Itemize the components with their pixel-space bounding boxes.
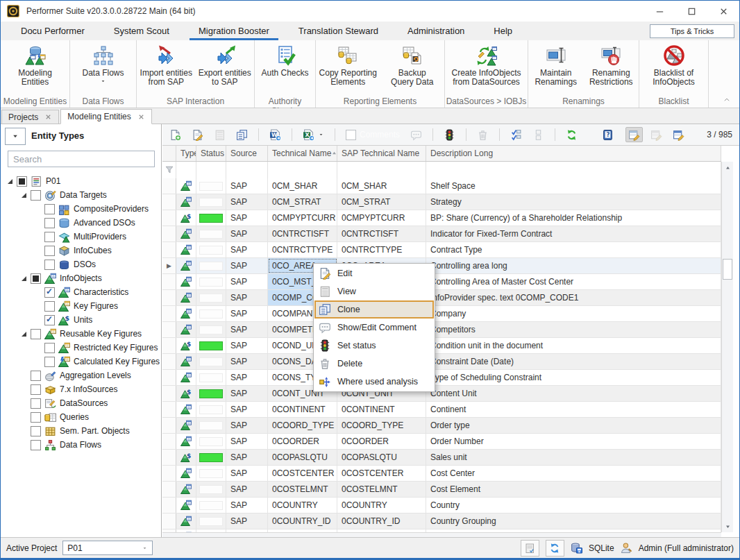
source-cell[interactable]: SAP <box>226 306 268 321</box>
source-cell[interactable]: SAP <box>226 498 268 513</box>
sap-technical-name-cell[interactable]: 0CONTINENT <box>337 402 426 417</box>
tree-checkbox-characteristics[interactable] <box>44 287 55 298</box>
column-header-description-long[interactable]: Description Long <box>426 146 721 161</box>
filter-cell-type[interactable] <box>176 162 196 178</box>
source-cell[interactable]: SAP <box>226 386 268 401</box>
sap-technical-name-cell[interactable]: 0COSTCENTER <box>337 466 426 481</box>
table-row-0cond-un[interactable]: $SAP0COND_UN0COND_UNCondition unit in th… <box>162 338 721 354</box>
description-cell[interactable]: InfoProvider spec. text 0COMP_CODE1 <box>426 290 721 305</box>
column-header-status[interactable]: Status <box>196 146 226 161</box>
source-cell[interactable]: SAP <box>226 434 268 449</box>
description-cell[interactable]: Country Grouping <box>426 514 721 529</box>
table-row-0comp-co[interactable]: SAP0COMP_CO0COMP_COInfoProvider spec. te… <box>162 290 721 306</box>
check-status-button[interactable] <box>510 129 522 141</box>
context-menu-show-edit-comment[interactable]: Show/Edit Comment <box>314 319 434 337</box>
sap-technical-name-cell[interactable]: 0CMPYPTCURR <box>337 210 426 226</box>
export-word-button[interactable]: W <box>269 129 281 141</box>
minimize-button[interactable] <box>644 1 675 22</box>
tree-item-advanced-dsos[interactable]: Advanced DSOs <box>1 216 161 230</box>
close-button[interactable] <box>707 1 739 22</box>
technical-name-cell[interactable]: 0CMPYPTCURR <box>268 210 337 226</box>
source-cell[interactable]: SAP <box>226 370 268 385</box>
technical-name-cell[interactable]: 0CONTINENT <box>268 402 337 417</box>
view-toggle-details[interactable] <box>670 127 687 142</box>
tree-checkbox-queries[interactable] <box>31 412 41 423</box>
column-header-source[interactable]: Source <box>226 146 268 161</box>
description-cell[interactable]: Type of Scheduling Constraint <box>426 370 721 385</box>
tree-expander[interactable] <box>19 273 29 283</box>
tree-item-characteristics[interactable]: Characteristics <box>1 285 161 299</box>
technical-name-cell[interactable]: 0COORDER <box>268 434 337 449</box>
description-cell[interactable]: BP: Share (Currency) of a Shareholder Re… <box>426 210 721 226</box>
technical-name-cell[interactable]: 0COORD_TYPE <box>268 418 337 433</box>
comments-checkbox[interactable] <box>346 130 356 140</box>
technical-name-cell[interactable]: 0COUNTRY <box>268 498 337 513</box>
description-cell[interactable]: Order type <box>426 418 721 433</box>
scrollbar-thumb[interactable] <box>723 259 732 280</box>
tree-item-calculated-key-figures[interactable]: Calculated Key Figures <box>1 355 161 368</box>
description-cell[interactable]: Order Number <box>426 434 721 449</box>
technical-name-cell[interactable]: 0CM_SHAR <box>268 178 337 194</box>
context-menu-set-status[interactable]: Set status <box>314 337 434 355</box>
view-toggle-comments[interactable] <box>648 127 665 142</box>
maximize-button[interactable] <box>675 1 707 22</box>
description-cell[interactable]: Cost Center <box>426 466 721 481</box>
table-row-0cntrcttype[interactable]: SAP0CNTRCTTYPE0CNTRCTTYPEContract Type <box>162 242 721 258</box>
log-button[interactable] <box>521 540 539 557</box>
technical-name-cell[interactable]: 0COSTELMNT <box>268 482 337 497</box>
sync-button[interactable] <box>546 540 564 557</box>
tree-item-units[interactable]: $Units <box>1 313 161 327</box>
sap-technical-name-cell[interactable]: 0COUNTRY <box>337 498 426 513</box>
description-cell[interactable]: Constraint Date (Date) <box>426 354 721 369</box>
source-cell[interactable]: SAP <box>226 242 268 257</box>
tree-item-aggregation-levels[interactable]: Aggregation Levels <box>1 368 161 382</box>
scroll-up-button[interactable] <box>723 162 732 173</box>
tree-checkbox-calculated-key-figures[interactable] <box>44 357 55 367</box>
tree-item-queries[interactable]: Queries <box>1 410 161 424</box>
comment-button[interactable] <box>410 129 422 141</box>
tree-checkbox-dsos[interactable] <box>44 260 55 270</box>
horizontal-scrollbar[interactable] <box>162 532 721 537</box>
table-row-0cm-strat[interactable]: SAP0CM_STRAT0CM_STRATStrategy <box>162 194 721 210</box>
tree-item-compositeproviders[interactable]: CompositeProviders <box>1 202 161 216</box>
tree-item-reusable-key-figures[interactable]: Reusable Key Figures <box>1 327 161 341</box>
tree-checkbox-datasources[interactable] <box>31 398 41 409</box>
tree-item-datasources[interactable]: DataSources <box>1 396 161 410</box>
help-button[interactable]: ? <box>599 127 616 142</box>
sap-technical-name-cell[interactable]: 0CNTRCTTYPE <box>337 242 426 257</box>
tree-checkbox-7-x-infosources[interactable] <box>31 384 41 395</box>
modeling-entities-button[interactable]: ModelingEntities <box>1 43 69 96</box>
vertical-scrollbar[interactable] <box>721 162 733 532</box>
filter-cell-source[interactable] <box>226 162 268 178</box>
context-menu-where-used-analysis[interactable]: Where used analysis <box>314 373 434 391</box>
table-row-0continent[interactable]: SAP0CONTINENT0CONTINENTContinent <box>162 402 721 418</box>
tree-item-data-flows[interactable]: Data Flows <box>1 438 161 452</box>
menu-help[interactable]: Help <box>479 22 527 40</box>
source-cell[interactable]: SAP <box>226 274 268 289</box>
copy-reporting-elements-button[interactable]: Copy ReportingElements <box>316 43 380 96</box>
import-entities-button[interactable]: Import entitiesfrom SAP <box>137 43 196 96</box>
description-cell[interactable]: Condition unit in the document <box>426 338 721 353</box>
set-status-button[interactable] <box>444 129 455 141</box>
source-cell[interactable]: SAP <box>226 258 268 273</box>
table-row-0co-mst[interactable]: SAP0CO_MST_0CO_MST_Controlling Area of M… <box>162 274 721 290</box>
menu-migration-booster[interactable]: Migration Booster <box>184 22 284 40</box>
description-cell[interactable]: Controlling Area of Master Cost Center <box>426 274 721 289</box>
column-header-sap-technical-name[interactable]: SAP Technical Name <box>337 146 426 161</box>
menu-translation-steward[interactable]: Translation Steward <box>284 22 393 40</box>
context-menu-delete[interactable]: Delete <box>314 355 434 373</box>
clone-entity-button[interactable] <box>236 129 248 141</box>
tree-expander[interactable] <box>19 329 29 339</box>
tree-item-sem-part-objects[interactable]: Sem. Part. Objects <box>1 424 161 438</box>
technical-name-cell[interactable]: 0COUNTRY_ID <box>268 514 337 529</box>
view-toggle-edit[interactable] <box>625 127 643 142</box>
table-row-0cons-da[interactable]: SAP0CONS_DA0CONS_DAConstraint Date (Date… <box>162 354 721 370</box>
tree-checkbox-infocubes[interactable] <box>44 246 55 256</box>
table-row-0co-area[interactable]: ▶SAP0CO_AREA0CO_AREAControlling area lon… <box>162 258 721 274</box>
source-cell[interactable]: SAP <box>226 354 268 369</box>
column-header-technical-name[interactable]: Technical Name <box>268 146 337 161</box>
tree-checkbox-sem-part-objects[interactable] <box>31 426 41 436</box>
sap-technical-name-cell[interactable]: 0COUNTRY_ID <box>337 514 426 529</box>
source-cell[interactable]: SAP <box>226 210 268 226</box>
technical-name-cell[interactable]: 0COSTCENTER <box>268 466 337 481</box>
